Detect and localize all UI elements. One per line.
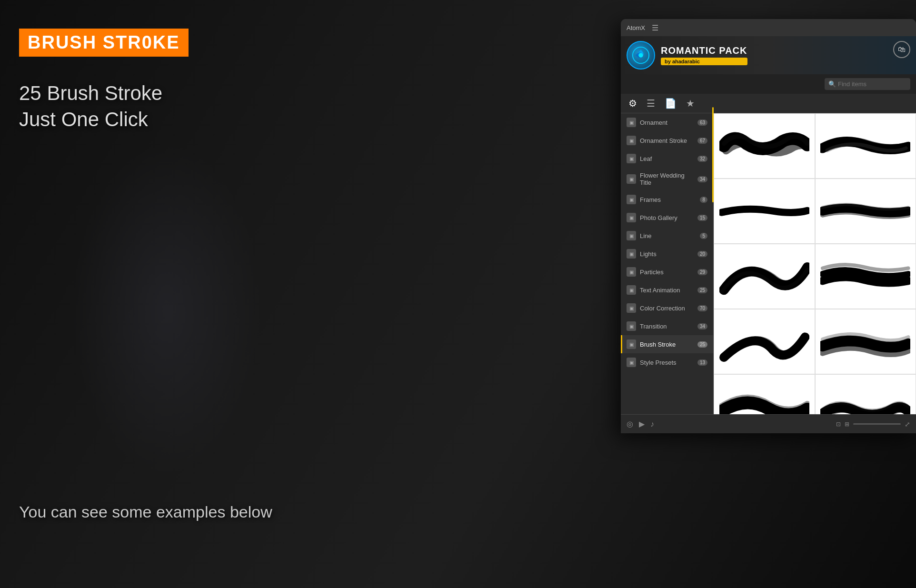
color-correction-icon: ▣	[627, 303, 636, 313]
progress-bar	[853, 423, 901, 425]
sidebar: ▣ Ornament 63 ▣ Ornament Stroke 67 ▣ Lea…	[621, 113, 714, 433]
cart-button[interactable]: 🛍	[893, 41, 910, 58]
brush-thumb-1[interactable]	[714, 113, 815, 179]
frames-icon: ▣	[627, 195, 636, 204]
cart-icon: 🛍	[898, 45, 906, 54]
title-bar: AtomX ☰	[621, 19, 916, 36]
transition-icon: ▣	[627, 321, 636, 331]
brush-svg-7	[719, 314, 809, 369]
expand-icon[interactable]: ⤢	[905, 420, 910, 428]
brush-stroke-label: Brush Stroke	[640, 341, 696, 348]
leaf-label: Leaf	[640, 155, 696, 162]
pack-name: ROMANTIC PACK	[661, 45, 747, 56]
brush-thumb-2[interactable]	[815, 113, 916, 179]
sidebar-item-text-animation[interactable]: ▣ Text Animation 25	[621, 281, 713, 299]
text-animation-count: 25	[697, 287, 707, 293]
sidebar-item-flower-wedding[interactable]: ▣ Flower Wedding Title 34	[621, 168, 713, 190]
brush-svg-5	[719, 249, 809, 304]
sidebar-item-frames[interactable]: ▣ Frames 8	[621, 190, 713, 209]
photo-gallery-label: Photo Gallery	[640, 214, 696, 221]
line-count: 5	[700, 233, 707, 239]
left-content: BRUSH STR0KE 25 Brush Stroke Just One Cl…	[19, 29, 189, 132]
brush-svg-2	[820, 119, 910, 173]
brush-svg-6	[820, 249, 910, 304]
bottom-music-icon[interactable]: ♪	[650, 420, 654, 429]
search-icon: 🔍	[828, 80, 836, 88]
content-grid	[714, 113, 916, 433]
toolbar: ⚙ ☰ 📄 ★	[621, 94, 916, 113]
subtitle: You can see some examples below	[19, 503, 272, 521]
brush-thumb-7[interactable]	[714, 309, 815, 374]
fit-icon[interactable]: ⊡	[836, 421, 841, 428]
app-window: AtomX ☰ ROMANTIC PACK by ahadarabic 🛍 🔍	[621, 19, 916, 433]
photo-gallery-icon: ▣	[627, 213, 636, 222]
bottom-target-icon[interactable]: ◎	[627, 419, 633, 429]
ornament-stroke-icon: ▣	[627, 136, 636, 145]
toolbar-star-icon[interactable]: ★	[686, 98, 695, 109]
brush-thumb-8[interactable]	[815, 309, 916, 374]
toolbar-list-icon[interactable]: ☰	[647, 98, 655, 109]
flower-count: 34	[697, 176, 707, 182]
ornament-count: 63	[697, 120, 707, 126]
sidebar-item-line[interactable]: ▣ Line 5	[621, 227, 713, 245]
tagline: 25 Brush Stroke Just One Click	[19, 80, 189, 132]
search-input[interactable]	[825, 78, 910, 90]
scroll-indicator	[712, 107, 714, 202]
brush-thumb-5[interactable]	[714, 244, 815, 309]
toolbar-filter-icon[interactable]: ⚙	[628, 98, 637, 109]
style-presets-count: 13	[697, 359, 707, 366]
resize-icon[interactable]: ⊞	[845, 421, 849, 428]
photo-gallery-count: 15	[697, 215, 707, 221]
line-icon: ▣	[627, 231, 636, 240]
style-presets-icon: ▣	[627, 358, 636, 367]
pack-info: ROMANTIC PACK by ahadarabic	[661, 45, 747, 65]
lights-icon: ▣	[627, 249, 636, 259]
menu-icon[interactable]: ☰	[652, 23, 658, 32]
ornament-label: Ornament	[640, 119, 696, 126]
sidebar-item-brush-stroke[interactable]: ▣ Brush Stroke 25	[621, 335, 713, 353]
brush-svg-1	[719, 119, 809, 173]
svg-point-1	[638, 53, 643, 58]
sidebar-item-transition[interactable]: ▣ Transition 34	[621, 317, 713, 335]
flower-wedding-label: Flower Wedding Title	[640, 172, 696, 186]
bottom-play-icon[interactable]: ▶	[639, 419, 645, 429]
brush-stroke-icon: ▣	[627, 339, 636, 349]
sidebar-item-particles[interactable]: ▣ Particles 29	[621, 263, 713, 281]
particles-icon: ▣	[627, 267, 636, 277]
transition-label: Transition	[640, 323, 696, 330]
lights-count: 20	[697, 251, 707, 257]
tagline-line2: Just One Click	[19, 107, 189, 133]
brush-svg-8	[820, 314, 910, 369]
lights-label: Lights	[640, 250, 696, 258]
color-correction-count: 70	[697, 305, 707, 311]
sidebar-item-ornament[interactable]: ▣ Ornament 63	[621, 113, 713, 131]
leaf-icon: ▣	[627, 154, 636, 163]
bottom-progress-area: ⊡ ⊞ ⤢	[660, 420, 910, 428]
brush-thumb-6[interactable]	[815, 244, 916, 309]
transition-count: 34	[697, 323, 707, 329]
sidebar-item-leaf[interactable]: ▣ Leaf 32	[621, 149, 713, 168]
brush-stroke-count: 25	[697, 341, 707, 348]
app-name: AtomX	[627, 24, 645, 31]
sidebar-item-style-presets[interactable]: ▣ Style Presets 13	[621, 353, 713, 371]
ornament-stroke-label: Ornament Stroke	[640, 137, 696, 144]
brush-stroke-badge: BRUSH STR0KE	[19, 29, 189, 57]
line-label: Line	[640, 232, 698, 239]
sidebar-item-lights[interactable]: ▣ Lights 20	[621, 245, 713, 263]
app-header: ROMANTIC PACK by ahadarabic 🛍	[621, 36, 916, 74]
brush-thumb-3[interactable]	[714, 179, 815, 244]
toolbar-doc-icon[interactable]: 📄	[665, 98, 677, 109]
particles-count: 29	[697, 269, 707, 275]
particles-label: Particles	[640, 269, 696, 276]
sidebar-item-color-correction[interactable]: ▣ Color Correction 70	[621, 299, 713, 317]
brush-svg-3	[719, 184, 809, 239]
sidebar-item-ornament-stroke[interactable]: ▣ Ornament Stroke 67	[621, 131, 713, 149]
search-bar: 🔍	[621, 74, 916, 94]
sidebar-item-photo-gallery[interactable]: ▣ Photo Gallery 15	[621, 209, 713, 227]
frames-count: 8	[700, 197, 707, 203]
text-animation-icon: ▣	[627, 285, 636, 295]
color-correction-label: Color Correction	[640, 305, 696, 312]
text-animation-label: Text Animation	[640, 287, 696, 294]
leaf-count: 32	[697, 156, 707, 162]
brush-thumb-4[interactable]	[815, 179, 916, 244]
